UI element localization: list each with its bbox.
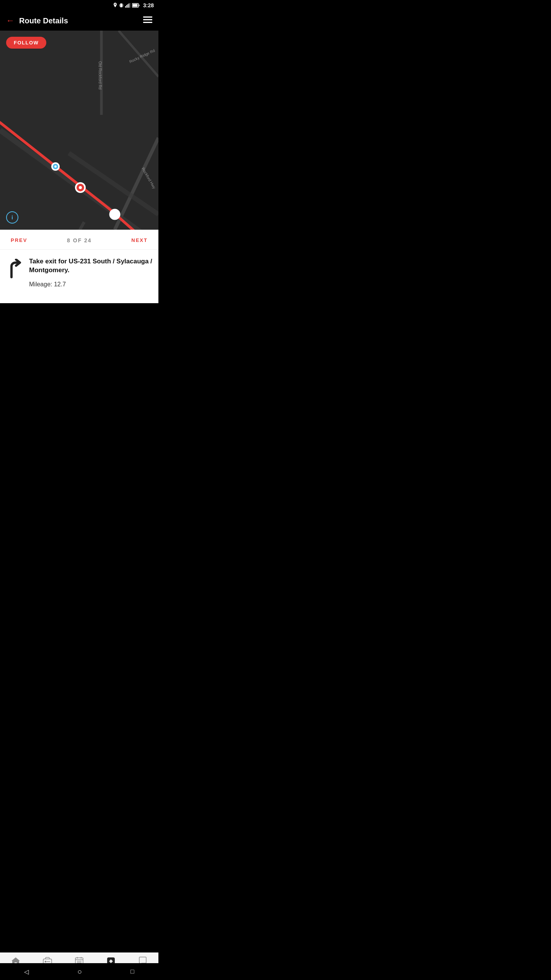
status-time: 3:28 xyxy=(143,2,154,8)
menu-button[interactable] xyxy=(143,16,152,25)
svg-point-23 xyxy=(54,165,57,168)
svg-text:Rockford Hwy: Rockford Hwy xyxy=(141,167,156,189)
mileage-info: Mileage: 12.7 xyxy=(29,281,152,288)
vibrate-icon xyxy=(119,3,124,8)
follow-button[interactable]: FOLLOW xyxy=(6,37,46,49)
info-icon: i xyxy=(11,214,13,220)
svg-rect-9 xyxy=(139,5,139,6)
location-icon xyxy=(113,3,117,8)
nav-controls: PREV 8 OF 24 NEXT xyxy=(0,236,158,245)
battery-icon xyxy=(132,3,140,8)
turn-icon xyxy=(6,259,23,282)
status-icons xyxy=(113,3,140,8)
direction-text: Take exit for US-231 South / Sylacauga /… xyxy=(29,257,152,275)
svg-line-14 xyxy=(8,222,84,230)
status-bar: 3:28 xyxy=(0,0,158,11)
nav-controls-section: PREV 8 OF 24 NEXT xyxy=(0,230,158,250)
page-title: Route Details xyxy=(19,16,143,25)
svg-text:Old Rockford Rd: Old Rockford Rd xyxy=(98,61,102,90)
svg-rect-0 xyxy=(120,3,122,7)
svg-rect-2 xyxy=(123,4,123,7)
map-view[interactable]: Old Rockford Rd Rocky Ridge Rd Rockford … xyxy=(0,31,158,230)
signal-icon xyxy=(125,3,130,8)
svg-rect-12 xyxy=(143,19,152,20)
back-button[interactable]: ← xyxy=(6,16,15,26)
direction-section: Take exit for US-231 South / Sylacauga /… xyxy=(0,250,158,303)
prev-button[interactable]: PREV xyxy=(8,236,30,245)
info-button[interactable]: i xyxy=(6,211,18,224)
app-header: ← Route Details xyxy=(0,11,158,31)
svg-rect-13 xyxy=(143,22,152,23)
svg-rect-6 xyxy=(129,3,129,8)
step-counter: 8 OF 24 xyxy=(67,237,92,243)
svg-rect-4 xyxy=(126,5,127,8)
menu-icon xyxy=(143,16,152,23)
svg-rect-1 xyxy=(119,4,120,7)
svg-line-19 xyxy=(0,130,158,230)
svg-rect-5 xyxy=(127,4,128,8)
svg-rect-10 xyxy=(132,4,137,7)
svg-rect-7 xyxy=(130,3,130,8)
next-button[interactable]: NEXT xyxy=(128,236,151,245)
svg-point-28 xyxy=(112,211,118,217)
svg-line-17 xyxy=(119,31,158,77)
map-svg: Old Rockford Rd Rocky Ridge Rd Rockford … xyxy=(0,31,158,230)
direction-content: Take exit for US-231 South / Sylacauga /… xyxy=(29,257,152,288)
svg-point-26 xyxy=(79,186,82,189)
svg-rect-11 xyxy=(143,16,152,18)
svg-rect-3 xyxy=(125,6,126,8)
svg-text:Rocky Ridge Rd: Rocky Ridge Rd xyxy=(129,48,155,64)
